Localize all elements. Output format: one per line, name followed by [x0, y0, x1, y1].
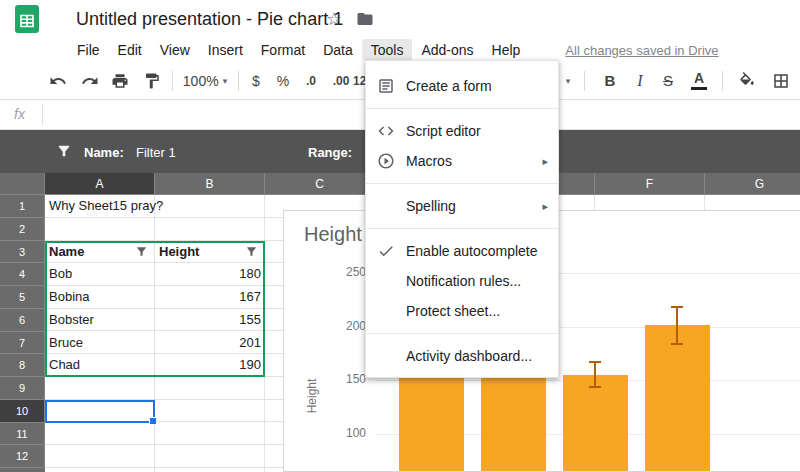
zoom-dropdown[interactable]: 100% ▾	[178, 62, 232, 99]
filter-name-value[interactable]: Filter 1	[136, 145, 176, 160]
cell-height-bob[interactable]: 180	[155, 263, 265, 286]
menu-item-protect-sheet[interactable]: Protect sheet...	[366, 296, 558, 326]
menubar-item-data[interactable]: Data	[314, 39, 362, 61]
chart-bar-bruce	[645, 325, 710, 472]
menubar-item-view[interactable]: View	[151, 39, 199, 61]
strikethrough-button[interactable]: S	[654, 62, 682, 99]
zoom-value: 100%	[183, 73, 219, 89]
row-header-6[interactable]: 6	[0, 309, 45, 332]
borders-button[interactable]	[766, 62, 796, 99]
row-header-1[interactable]: 1	[0, 195, 45, 218]
row-header-11[interactable]: 11	[0, 423, 45, 446]
error-bar	[676, 307, 678, 343]
row-header-7[interactable]: 7	[0, 332, 45, 355]
error-bar-cap	[589, 361, 601, 363]
row-header-5[interactable]: 5	[0, 286, 45, 309]
format-currency-button[interactable]: $	[244, 62, 268, 99]
row-header-12[interactable]: 12	[0, 445, 45, 468]
row-header-10[interactable]: 10	[0, 400, 45, 423]
menu-item-label: Create a form	[406, 78, 492, 94]
column-header-a[interactable]: A	[45, 173, 155, 195]
cell-a1[interactable]: Why Sheet15 pray?	[45, 195, 155, 218]
row-header-3[interactable]: 3	[0, 241, 45, 264]
cell-table-header-height[interactable]: Height	[155, 241, 261, 264]
submenu-arrow-icon: ▸	[542, 155, 548, 168]
cell-name-bobina[interactable]: Bobina	[45, 286, 155, 309]
cell-name-bob[interactable]: Bob	[45, 263, 155, 286]
undo-icon	[49, 72, 67, 90]
folder-icon[interactable]	[356, 10, 374, 28]
menu-item-create-a-form[interactable]: Create a form	[366, 71, 558, 101]
checkmark-icon	[377, 242, 395, 260]
error-bar-cap	[671, 306, 683, 308]
font-size-dropdown-arrow[interactable]: ▾	[558, 62, 574, 99]
text-color-letter: A	[694, 71, 704, 85]
text-color-button[interactable]: A	[684, 62, 714, 99]
menu-item-label: Notification rules...	[406, 273, 521, 289]
fill-handle[interactable]	[149, 417, 157, 425]
menubar-item-edit[interactable]: Edit	[109, 39, 151, 61]
menu-item-script-editor[interactable]: Script editor	[366, 116, 558, 146]
menubar-item-format[interactable]: Format	[252, 39, 314, 61]
column-filter-icon[interactable]	[245, 245, 258, 258]
italic-button[interactable]: I	[626, 62, 654, 99]
filter-name-label: Name:	[84, 145, 124, 160]
document-title[interactable]: Untitled presentation - Pie chart 1	[76, 9, 343, 30]
column-header-g[interactable]: G	[705, 173, 800, 195]
bold-button[interactable]: B	[596, 62, 624, 99]
decrease-decimals-button[interactable]: .0	[298, 62, 324, 99]
cell-height-bruce[interactable]: 201	[155, 332, 265, 355]
menubar-item-add-ons[interactable]: Add-ons	[412, 39, 482, 61]
active-cell-selection[interactable]	[45, 400, 155, 423]
y-axis-tick-label: 200	[314, 319, 366, 333]
menu-item-spelling[interactable]: Spelling▸	[366, 191, 558, 221]
column-filter-icon[interactable]	[135, 245, 148, 258]
cell-name-chad[interactable]: Chad	[45, 354, 155, 377]
print-button[interactable]	[106, 62, 134, 99]
cell-height-bobster[interactable]: 155	[155, 309, 265, 332]
menu-item-notification-rules[interactable]: Notification rules...	[366, 266, 558, 296]
row-header-8[interactable]: 8	[0, 354, 45, 377]
toolbar-separator	[172, 71, 173, 91]
print-icon	[111, 72, 129, 90]
menu-item-macros[interactable]: Macros▸	[366, 146, 558, 176]
column-header-c[interactable]: C	[265, 173, 375, 195]
row-header-9[interactable]: 9	[0, 377, 45, 400]
star-icon[interactable]: ☆	[326, 8, 342, 30]
cell-table-header-name[interactable]: Name	[45, 241, 151, 264]
tools-menu: Create a formScript editorMacros▸Spellin…	[365, 60, 559, 378]
table-header-label: Height	[159, 241, 199, 264]
cell-height-bobina[interactable]: 167	[155, 286, 265, 309]
column-header-b[interactable]: B	[155, 173, 265, 195]
select-all-corner[interactable]	[0, 173, 45, 195]
cell-height-chad[interactable]: 190	[155, 354, 265, 377]
menubar-item-help[interactable]: Help	[483, 39, 530, 61]
menu-item-activity-dashboard[interactable]: Activity dashboard...	[366, 341, 558, 371]
row-header-2[interactable]: 2	[0, 218, 45, 241]
table-header-label: Name	[49, 241, 84, 264]
error-bar	[594, 362, 596, 388]
format-percent-button[interactable]: %	[270, 62, 296, 99]
cell-name-bobster[interactable]: Bobster	[45, 309, 155, 332]
save-status-link[interactable]: All changes saved in Drive	[565, 43, 718, 58]
chart-title: Height	[304, 223, 362, 246]
undo-button[interactable]	[44, 62, 72, 99]
menu-separator	[366, 183, 558, 184]
menubar-item-tools[interactable]: Tools	[362, 39, 413, 61]
row-header-4[interactable]: 4	[0, 263, 45, 286]
menubar-item-insert[interactable]: Insert	[199, 39, 252, 61]
text-color-swatch	[691, 87, 707, 90]
column-header-f[interactable]: F	[595, 173, 705, 195]
menu-item-label: Enable autocomplete	[406, 243, 538, 259]
menubar-item-file[interactable]: File	[68, 39, 109, 61]
paint-format-button[interactable]	[138, 62, 166, 99]
redo-button[interactable]	[76, 62, 104, 99]
menu-item-label: Macros	[406, 153, 452, 169]
cell-name-bruce[interactable]: Bruce	[45, 332, 155, 355]
menu-item-label: Script editor	[406, 123, 481, 139]
play-circle-icon	[377, 152, 395, 170]
filter-view-icon	[56, 143, 72, 159]
fill-color-button[interactable]	[732, 62, 762, 99]
menu-item-enable-autocomplete[interactable]: Enable autocomplete	[366, 236, 558, 266]
toolbar-separator	[238, 71, 239, 91]
